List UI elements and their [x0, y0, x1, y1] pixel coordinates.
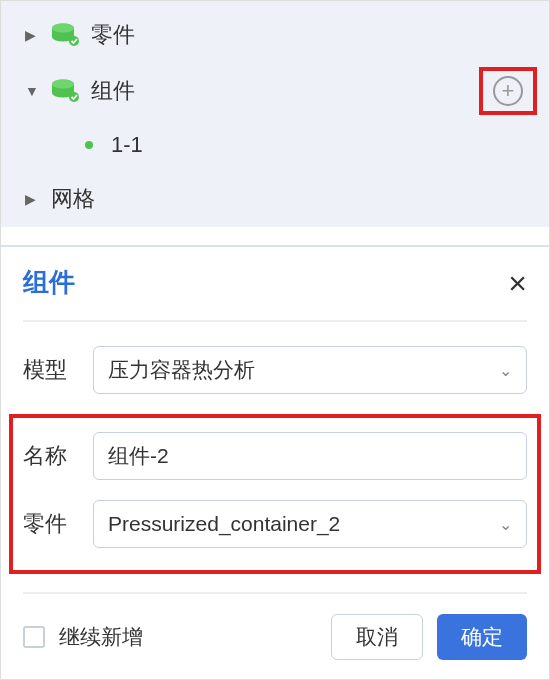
form-highlight-box: 名称 零件 Pressurized_container_2 ⌄ — [9, 414, 541, 574]
svg-point-2 — [69, 36, 79, 46]
add-button-highlight: + — [479, 67, 537, 115]
database-icon — [51, 23, 79, 47]
tree-item-label: 1-1 — [111, 132, 143, 158]
label-name: 名称 — [23, 441, 93, 471]
svg-point-5 — [69, 92, 79, 102]
caret-right-icon: ▶ — [25, 27, 41, 43]
tree-item-label: 零件 — [91, 20, 135, 50]
chevron-down-icon: ⌄ — [499, 361, 512, 380]
form-row-name: 名称 — [23, 432, 527, 480]
name-input-wrap — [93, 432, 527, 480]
dialog-title: 组件 — [23, 265, 75, 300]
confirm-button[interactable]: 确定 — [437, 614, 527, 660]
database-icon — [51, 79, 79, 103]
form-row-parts: 零件 Pressurized_container_2 ⌄ — [23, 500, 527, 548]
continue-add-checkbox[interactable] — [23, 626, 45, 648]
name-input[interactable] — [108, 444, 512, 468]
svg-point-1 — [52, 24, 74, 33]
caret-right-icon: ▶ — [25, 191, 41, 207]
model-select-value: 压力容器热分析 — [108, 356, 255, 384]
svg-point-4 — [52, 80, 74, 89]
tree-item-label: 组件 — [91, 76, 135, 106]
add-component-button[interactable]: + — [493, 76, 523, 106]
plus-icon: + — [502, 78, 515, 104]
close-icon[interactable]: × — [508, 267, 527, 299]
cancel-button[interactable]: 取消 — [331, 614, 423, 660]
tree-item-mesh[interactable]: ▶ 网格 — [1, 171, 549, 227]
tree-item-component-1-1[interactable]: 1-1 — [1, 119, 549, 171]
caret-down-icon: ▼ — [25, 83, 41, 99]
parts-select[interactable]: Pressurized_container_2 ⌄ — [93, 500, 527, 548]
leaf-dot-icon — [85, 141, 93, 149]
tree-item-label: 网格 — [51, 184, 95, 214]
dialog-header: 组件 × — [23, 265, 527, 322]
parts-select-value: Pressurized_container_2 — [108, 512, 340, 536]
cancel-button-label: 取消 — [356, 623, 398, 651]
dialog-footer: 继续新增 取消 确定 — [23, 592, 527, 660]
tree-panel: ▶ 零件 ▼ 组件 + 1-1 ▶ 网格 — [1, 1, 549, 227]
tree-item-components[interactable]: ▼ 组件 + — [1, 63, 549, 119]
panel-gap — [1, 227, 549, 245]
label-parts: 零件 — [23, 509, 93, 539]
confirm-button-label: 确定 — [461, 623, 503, 651]
label-model: 模型 — [23, 355, 93, 385]
continue-add-label: 继续新增 — [59, 623, 143, 651]
form-row-model: 模型 压力容器热分析 ⌄ — [23, 346, 527, 394]
component-dialog: 组件 × 模型 压力容器热分析 ⌄ 名称 零件 Pressurized_cont… — [1, 245, 549, 674]
footer-buttons: 取消 确定 — [331, 614, 527, 660]
tree-item-parts[interactable]: ▶ 零件 — [1, 7, 549, 63]
chevron-down-icon: ⌄ — [499, 515, 512, 534]
model-select[interactable]: 压力容器热分析 ⌄ — [93, 346, 527, 394]
